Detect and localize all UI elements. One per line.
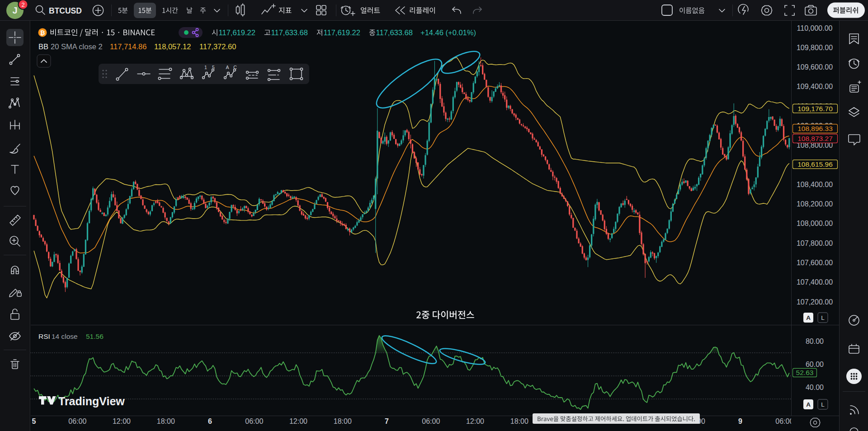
svg-text:109,600.00: 109,600.00 [797,63,833,71]
svg-text:06:00: 06:00 [422,417,440,425]
svg-text:117,633.68: 117,633.68 [376,28,413,37]
svg-text:40.00: 40.00 [806,384,824,391]
svg-text:06:00: 06:00 [68,417,86,425]
svg-text:108,896.33: 108,896.33 [797,125,833,132]
svg-text:18:00: 18:00 [510,417,528,425]
svg-text:2: 2 [21,1,24,8]
svg-text:110,000.00: 110,000.00 [797,24,833,32]
svg-text:52.63: 52.63 [796,369,814,376]
svg-text:108,615.96: 108,615.96 [797,160,833,168]
svg-text:06:00: 06:00 [245,417,263,425]
svg-text:51.56: 51.56 [86,333,104,340]
svg-text:A: A [226,65,229,70]
svg-text:108,200.00: 108,200.00 [797,200,833,208]
svg-text:C: C [233,65,237,70]
svg-text:J: J [12,5,17,15]
svg-text:108,000.00: 108,000.00 [797,220,833,227]
svg-text:12:00: 12:00 [113,417,131,425]
svg-text:BTCUSD: BTCUSD [49,6,82,15]
svg-text:1: 1 [204,65,207,70]
svg-text:6: 6 [208,417,212,425]
svg-text:117,633.68: 117,633.68 [271,28,308,37]
svg-text:A: A [806,401,811,408]
svg-text:18:00: 18:00 [334,417,352,425]
svg-text:A: A [806,314,811,321]
svg-text:117,372.60: 117,372.60 [199,42,236,51]
svg-text:109,800.00: 109,800.00 [797,44,833,52]
svg-text:118,057.12: 118,057.12 [154,42,191,51]
svg-text:117,619.22: 117,619.22 [324,28,360,37]
svg-text:20 SMA close 2: 20 SMA close 2 [51,42,103,51]
svg-text:117,619.22: 117,619.22 [219,28,255,37]
svg-text:₿: ₿ [40,29,45,36]
svg-text:18:00: 18:00 [157,417,175,425]
svg-text:12:00: 12:00 [466,417,484,425]
svg-text:12:00: 12:00 [289,417,307,425]
svg-text:108,873.27: 108,873.27 [797,135,833,142]
svg-text:60.00: 60.00 [806,361,824,368]
svg-text:117,714.86: 117,714.86 [110,42,146,51]
svg-text:108,400.00: 108,400.00 [797,181,833,188]
svg-text:L: L [821,401,825,408]
svg-text:109,176.70: 109,176.70 [797,105,833,112]
svg-text:107,200.00: 107,200.00 [797,298,833,306]
svg-text:109,400.00: 109,400.00 [797,83,833,90]
svg-text:80.00: 80.00 [806,337,824,345]
svg-text:14 close: 14 close [52,333,78,340]
svg-text:5: 5 [212,65,215,70]
svg-text:BB: BB [38,42,48,51]
svg-text:107,800.00: 107,800.00 [797,239,833,247]
svg-text:7: 7 [385,417,389,425]
svg-text:RSI: RSI [38,333,50,340]
svg-text:5: 5 [32,417,36,425]
svg-text:9: 9 [738,417,742,425]
svg-text:TradingView: TradingView [58,395,125,408]
svg-text:+14.46 (+0.01%): +14.46 (+0.01%) [420,28,476,37]
svg-text:06:00: 06:00 [775,417,793,425]
svg-text:107,400.00: 107,400.00 [797,278,833,286]
svg-text:107,600.00: 107,600.00 [797,259,833,267]
svg-text:L: L [821,314,825,321]
